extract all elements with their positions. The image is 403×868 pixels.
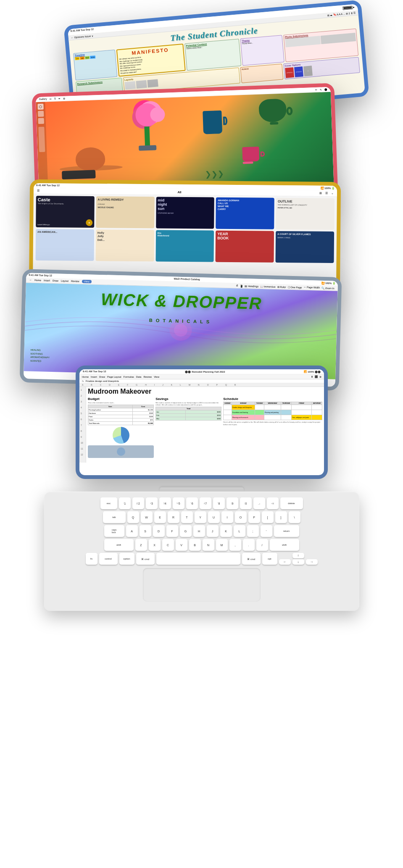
book-court-silver-flames: A COURT OF SILVER FLAMES SARAH J. MAAS <box>276 231 334 263</box>
column-headers: ABCDEFGHIJKLMNOPQR <box>79 383 324 387</box>
numbers-toolbar: Home Insert Draw Page Layout Formulas Da… <box>79 374 324 379</box>
key-arrow-up[interactable]: ↑ <box>292 553 304 558</box>
key-y[interactable]: Y <box>195 511 206 523</box>
key-q[interactable]: Q <box>127 511 139 523</box>
food-item <box>75 147 105 171</box>
key-arrow-right[interactable]: → <box>306 559 318 565</box>
key-comma[interactable]: , <box>229 539 241 551</box>
key-k[interactable]: K <box>220 525 232 537</box>
key-row-4: shift Z X C V B N M , . / shift <box>50 539 353 551</box>
key-option-right[interactable]: opt <box>262 553 277 565</box>
key-x[interactable]: X <box>149 539 161 551</box>
row-numbers: 1 2 3 4 5 6 7 8 9 10 11 12 <box>79 387 86 463</box>
key-f[interactable]: F <box>166 525 178 537</box>
books-row-1: Caste The Origins of Our Discontents Isa… <box>33 194 337 231</box>
keyboard-section: esc !1 @2 #3 $4 %5 ^6 &7 *8 (9 )0 _- += … <box>44 487 359 611</box>
budget-section: Budget This is the estimated cost for ea… <box>88 397 154 458</box>
key-arrow-left[interactable]: ← <box>279 559 291 565</box>
book-call-us: AMANDA GORMANCALL USWHAT WECARRY <box>216 197 274 229</box>
key-control[interactable]: control <box>99 553 118 565</box>
key-r[interactable]: R <box>168 511 179 523</box>
key-a[interactable]: A <box>126 525 138 537</box>
manifesto-section: MANIFESTO We always say what we think We… <box>116 44 186 77</box>
key-2[interactable]: @2 <box>132 497 144 509</box>
schedule-section: Schedule SUNDAY MONDAY TUESDAY WEDNESDAY… <box>223 397 322 458</box>
key-m[interactable]: M <box>216 539 228 551</box>
key-7[interactable]: &7 <box>200 497 211 509</box>
formula-bar: fx Finalize design and blueprints <box>79 379 324 383</box>
key-bracket-open[interactable]: [ <box>262 511 274 523</box>
teapot <box>258 98 289 126</box>
key-esc[interactable]: esc <box>100 497 117 509</box>
themes-section: Thamz Theme ideas... <box>240 35 284 66</box>
key-w[interactable]: W <box>141 511 153 523</box>
potential-content-section: Potential Content Various article ideas.… <box>184 39 241 71</box>
content-area: Mudroom Makeover Budget This is the esti… <box>86 387 324 463</box>
key-b[interactable]: B <box>189 539 201 551</box>
key-shift-right[interactable]: shift <box>270 539 299 551</box>
photo-submissions-section: Photo Submissions <box>283 29 358 62</box>
key-0[interactable]: )0 <box>240 497 252 509</box>
key-row-3: capslock A S D F G H J K L ; ' return <box>50 525 353 537</box>
key-quote[interactable]: ' <box>261 525 272 537</box>
key-bracket-close[interactable]: ] <box>275 511 287 523</box>
keyboard-connector <box>160 487 244 492</box>
key-v[interactable]: V <box>176 539 187 551</box>
key-i[interactable]: I <box>221 511 233 523</box>
budget-table: ItemCost Flooring/Lumber$1,250 Hardware$… <box>88 405 154 425</box>
trackpad[interactable] <box>143 568 261 602</box>
key-shift-left[interactable]: shift <box>104 539 134 551</box>
key-p[interactable]: P <box>248 511 260 523</box>
key-return[interactable]: return <box>274 525 299 537</box>
key-1[interactable]: !1 <box>119 497 131 509</box>
flower-stem <box>144 126 150 147</box>
key-minus[interactable]: _- <box>253 497 265 509</box>
key-space[interactable] <box>156 553 240 565</box>
key-d[interactable]: D <box>153 525 165 537</box>
key-o[interactable]: O <box>235 511 247 523</box>
ss-sections-grid: Budget This is the estimated cost for ea… <box>88 397 322 458</box>
ipad-3-time: 9:41 AM Tue Sep 12 <box>36 184 60 187</box>
key-u[interactable]: U <box>208 511 220 523</box>
vase-base <box>139 145 156 150</box>
ipad-5-screen: 9:41 AM Tue Sep 12 ⬤⬤ Remodel Planning F… <box>79 369 324 475</box>
key-command-left[interactable]: ⌘ cmd <box>136 553 155 565</box>
key-l[interactable]: L <box>234 525 245 537</box>
key-option[interactable]: option <box>119 553 134 565</box>
book-midnight-sun: midnightsun STEPHENIE MEYER <box>156 197 214 229</box>
key-g[interactable]: G <box>180 525 192 537</box>
key-tab[interactable]: tab <box>103 511 126 523</box>
key-n[interactable]: N <box>203 539 214 551</box>
key-3[interactable]: #3 <box>146 497 158 509</box>
key-row-5: fn control option ⌘ cmd ⌘ cmd opt ↑ ← <box>50 553 353 565</box>
key-equals[interactable]: += <box>267 497 279 509</box>
key-row-1: esc !1 @2 #3 $4 %5 ^6 &7 *8 (9 )0 _- += … <box>50 497 353 509</box>
key-fn[interactable]: fn <box>86 553 97 565</box>
key-c[interactable]: C <box>162 539 174 551</box>
key-h[interactable]: H <box>193 525 205 537</box>
key-6[interactable]: ^6 <box>186 497 198 509</box>
key-5[interactable]: %5 <box>173 497 184 509</box>
key-t[interactable]: T <box>181 511 193 523</box>
key-semicolon[interactable]: ; <box>247 525 259 537</box>
holly-text: HollyJollyDeli... <box>97 231 153 242</box>
key-arrow-down[interactable]: ↓ <box>292 559 304 565</box>
key-backslash[interactable]: \ <box>289 511 300 523</box>
key-delete[interactable]: delete <box>280 497 303 509</box>
key-8[interactable]: *8 <box>213 497 225 509</box>
key-slash[interactable]: / <box>256 539 268 551</box>
mudroom-title: Mudroom Makeover <box>88 388 322 395</box>
key-command-right[interactable]: ⌘ cmd <box>242 553 261 565</box>
key-j[interactable]: J <box>207 525 219 537</box>
key-caps-lock[interactable]: capslock <box>104 525 124 537</box>
key-period[interactable]: . <box>243 539 255 551</box>
left-column-text: HEALING SOOTHING AROMATHERAPY SCENTED <box>30 348 50 363</box>
key-z[interactable]: Z <box>135 539 147 551</box>
key-e[interactable]: E <box>154 511 166 523</box>
key-s[interactable]: S <box>140 525 151 537</box>
photo-placeholder <box>88 445 154 458</box>
page-container: 9:41 AM Tue Sep 12 ← Opinions Issue ∨ ⊞ … <box>0 0 403 868</box>
spreadsheet-body: 1 2 3 4 5 6 7 8 9 10 11 12 Mudroom Makeo… <box>79 387 324 463</box>
key-9[interactable]: (9 <box>227 497 238 509</box>
key-4[interactable]: $4 <box>159 497 171 509</box>
